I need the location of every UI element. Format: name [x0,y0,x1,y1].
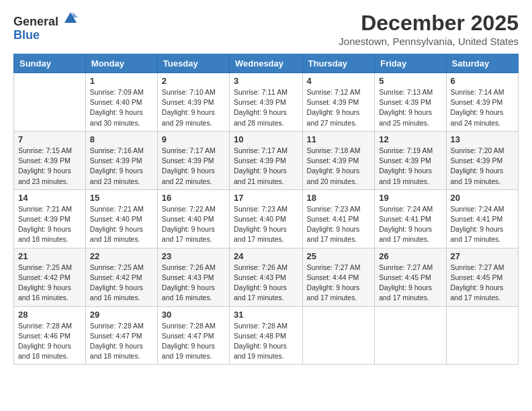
calendar-cell: 15Sunrise: 7:21 AM Sunset: 4:40 PM Dayli… [85,189,157,248]
day-number: 16 [162,193,225,203]
day-number: 24 [234,251,298,261]
day-info: Sunrise: 7:16 AM Sunset: 4:39 PM Dayligh… [90,146,153,187]
day-info: Sunrise: 7:24 AM Sunset: 4:41 PM Dayligh… [451,204,514,245]
day-info: Sunrise: 7:17 AM Sunset: 4:39 PM Dayligh… [234,146,298,187]
day-number: 20 [451,193,514,203]
day-info: Sunrise: 7:27 AM Sunset: 4:44 PM Dayligh… [307,263,371,304]
day-info: Sunrise: 7:11 AM Sunset: 4:39 PM Dayligh… [234,87,298,128]
calendar-cell [14,73,86,132]
calendar-day-header: Friday [375,54,446,73]
day-number: 12 [379,134,441,144]
day-number: 3 [234,76,298,86]
calendar-day-header: Tuesday [157,54,229,73]
calendar-cell: 14Sunrise: 7:21 AM Sunset: 4:39 PM Dayli… [14,189,86,248]
day-number: 1 [90,76,153,86]
day-number: 28 [18,310,81,320]
day-info: Sunrise: 7:10 AM Sunset: 4:39 PM Dayligh… [162,87,225,128]
logo: General Blue [13,11,78,42]
day-number: 31 [234,310,298,320]
day-info: Sunrise: 7:25 AM Sunset: 4:42 PM Dayligh… [90,263,153,304]
calendar-week-row: 21Sunrise: 7:25 AM Sunset: 4:42 PM Dayli… [14,248,519,306]
calendar-cell: 19Sunrise: 7:24 AM Sunset: 4:41 PM Dayli… [375,189,446,248]
calendar-table: SundayMondayTuesdayWednesdayThursdayFrid… [13,54,519,365]
svg-marker-1 [73,12,78,17]
day-number: 6 [451,76,514,86]
calendar-cell: 10Sunrise: 7:17 AM Sunset: 4:39 PM Dayli… [230,131,303,189]
day-number: 21 [18,251,81,261]
logo-general: General [13,15,58,28]
day-info: Sunrise: 7:23 AM Sunset: 4:41 PM Dayligh… [307,204,371,245]
calendar-cell: 28Sunrise: 7:28 AM Sunset: 4:46 PM Dayli… [14,306,86,365]
day-number: 18 [307,193,371,203]
day-number: 22 [90,251,153,261]
calendar-cell: 30Sunrise: 7:28 AM Sunset: 4:47 PM Dayli… [157,306,229,365]
day-info: Sunrise: 7:12 AM Sunset: 4:39 PM Dayligh… [307,87,371,128]
day-number: 14 [18,193,81,203]
day-info: Sunrise: 7:27 AM Sunset: 4:45 PM Dayligh… [451,263,514,304]
day-info: Sunrise: 7:21 AM Sunset: 4:39 PM Dayligh… [18,204,81,245]
calendar-header-row: SundayMondayTuesdayWednesdayThursdayFrid… [14,54,519,73]
calendar-cell: 13Sunrise: 7:20 AM Sunset: 4:39 PM Dayli… [446,131,518,189]
calendar-cell: 25Sunrise: 7:27 AM Sunset: 4:44 PM Dayli… [302,248,375,306]
calendar-cell: 26Sunrise: 7:27 AM Sunset: 4:45 PM Dayli… [375,248,446,306]
calendar-cell: 29Sunrise: 7:28 AM Sunset: 4:47 PM Dayli… [85,306,157,365]
title-block: December 2025 Jonestown, Pennsylvania, U… [339,11,519,47]
calendar-cell: 8Sunrise: 7:16 AM Sunset: 4:39 PM Daylig… [85,131,157,189]
day-number: 29 [90,310,153,320]
calendar-cell: 20Sunrise: 7:24 AM Sunset: 4:41 PM Dayli… [446,189,518,248]
calendar-cell [302,306,375,365]
day-number: 10 [234,134,298,144]
day-number: 2 [162,76,225,86]
day-info: Sunrise: 7:24 AM Sunset: 4:41 PM Dayligh… [379,204,441,245]
day-number: 4 [307,76,371,86]
calendar-cell: 27Sunrise: 7:27 AM Sunset: 4:45 PM Dayli… [446,248,518,306]
day-number: 26 [379,251,441,261]
day-number: 15 [90,193,153,203]
calendar-cell: 12Sunrise: 7:19 AM Sunset: 4:39 PM Dayli… [375,131,446,189]
day-info: Sunrise: 7:26 AM Sunset: 4:43 PM Dayligh… [162,263,225,304]
logo-icon [63,11,78,26]
day-number: 25 [307,251,371,261]
day-number: 7 [18,134,81,144]
day-info: Sunrise: 7:17 AM Sunset: 4:39 PM Dayligh… [162,146,225,187]
calendar-cell: 23Sunrise: 7:26 AM Sunset: 4:43 PM Dayli… [157,248,229,306]
day-info: Sunrise: 7:20 AM Sunset: 4:39 PM Dayligh… [451,146,514,187]
calendar-cell: 3Sunrise: 7:11 AM Sunset: 4:39 PM Daylig… [230,73,303,132]
logo-blue: Blue [13,28,40,42]
calendar-cell: 22Sunrise: 7:25 AM Sunset: 4:42 PM Dayli… [85,248,157,306]
calendar-day-header: Thursday [302,54,375,73]
day-number: 27 [451,251,514,261]
day-info: Sunrise: 7:14 AM Sunset: 4:39 PM Dayligh… [451,87,514,128]
calendar-cell: 6Sunrise: 7:14 AM Sunset: 4:39 PM Daylig… [446,73,518,132]
day-info: Sunrise: 7:21 AM Sunset: 4:40 PM Dayligh… [90,204,153,245]
day-info: Sunrise: 7:22 AM Sunset: 4:40 PM Dayligh… [162,204,225,245]
day-info: Sunrise: 7:18 AM Sunset: 4:39 PM Dayligh… [307,146,371,187]
day-info: Sunrise: 7:23 AM Sunset: 4:40 PM Dayligh… [234,204,298,245]
calendar-week-row: 28Sunrise: 7:28 AM Sunset: 4:46 PM Dayli… [14,306,519,365]
month-title: December 2025 [339,11,519,36]
calendar-cell: 31Sunrise: 7:28 AM Sunset: 4:48 PM Dayli… [230,306,303,365]
calendar-cell: 11Sunrise: 7:18 AM Sunset: 4:39 PM Dayli… [302,131,375,189]
day-info: Sunrise: 7:28 AM Sunset: 4:47 PM Dayligh… [162,321,225,362]
calendar-cell: 18Sunrise: 7:23 AM Sunset: 4:41 PM Dayli… [302,189,375,248]
calendar-week-row: 14Sunrise: 7:21 AM Sunset: 4:39 PM Dayli… [14,189,519,248]
day-info: Sunrise: 7:19 AM Sunset: 4:39 PM Dayligh… [379,146,441,187]
day-info: Sunrise: 7:13 AM Sunset: 4:39 PM Dayligh… [379,87,441,128]
day-number: 17 [234,193,298,203]
calendar-cell: 7Sunrise: 7:15 AM Sunset: 4:39 PM Daylig… [14,131,86,189]
page-header: General Blue December 2025 Jonestown, Pe… [13,11,519,47]
calendar-cell: 2Sunrise: 7:10 AM Sunset: 4:39 PM Daylig… [157,73,229,132]
calendar-cell: 24Sunrise: 7:26 AM Sunset: 4:43 PM Dayli… [230,248,303,306]
calendar-cell: 16Sunrise: 7:22 AM Sunset: 4:40 PM Dayli… [157,189,229,248]
day-number: 23 [162,251,225,261]
day-info: Sunrise: 7:27 AM Sunset: 4:45 PM Dayligh… [379,263,441,304]
location-title: Jonestown, Pennsylvania, United States [339,36,519,47]
calendar-cell [446,306,518,365]
day-info: Sunrise: 7:25 AM Sunset: 4:42 PM Dayligh… [18,263,81,304]
day-number: 30 [162,310,225,320]
calendar-cell: 9Sunrise: 7:17 AM Sunset: 4:39 PM Daylig… [157,131,229,189]
day-info: Sunrise: 7:26 AM Sunset: 4:43 PM Dayligh… [234,263,298,304]
calendar-day-header: Sunday [14,54,86,73]
day-number: 19 [379,193,441,203]
calendar-cell: 4Sunrise: 7:12 AM Sunset: 4:39 PM Daylig… [302,73,375,132]
